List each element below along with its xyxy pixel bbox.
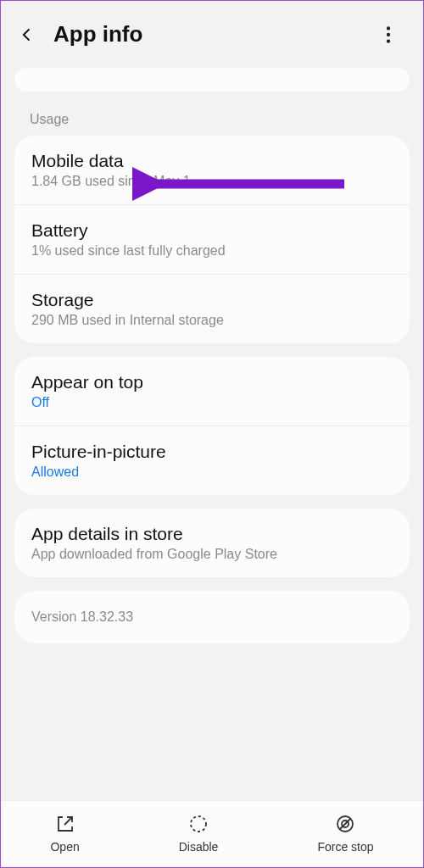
mobile-data-sub: 1.84 GB used since May 1 xyxy=(31,174,393,189)
open-label: Open xyxy=(50,840,79,854)
disable-icon xyxy=(187,813,209,835)
disable-button[interactable]: Disable xyxy=(179,813,219,854)
version-card: Version 18.32.33 xyxy=(14,591,410,643)
svg-point-3 xyxy=(191,816,206,832)
battery-title: Battery xyxy=(31,220,393,241)
svg-point-2 xyxy=(387,39,390,42)
page-title: App info xyxy=(53,21,377,47)
previous-section-card xyxy=(14,68,410,92)
force-stop-label: Force stop xyxy=(317,840,373,854)
svg-point-0 xyxy=(387,26,390,30)
svg-point-1 xyxy=(387,32,390,36)
bottom-action-bar: Open Disable Force stop xyxy=(1,800,423,867)
back-icon[interactable] xyxy=(16,24,38,46)
appear-on-top-row[interactable]: Appear on top Off xyxy=(14,357,410,426)
app-details-title: App details in store xyxy=(31,524,393,544)
force-stop-button[interactable]: Force stop xyxy=(317,813,373,854)
store-card: App details in store App downloaded from… xyxy=(14,509,410,577)
force-stop-icon xyxy=(334,813,356,835)
mobile-data-row[interactable]: Mobile data 1.84 GB used since May 1 xyxy=(14,136,410,204)
usage-section-label: Usage xyxy=(30,112,423,127)
overlay-card: Appear on top Off Picture-in-picture All… xyxy=(14,357,410,495)
app-details-row[interactable]: App details in store App downloaded from… xyxy=(14,509,410,577)
pip-status: Allowed xyxy=(31,465,393,480)
usage-card: Mobile data 1.84 GB used since May 1 Bat… xyxy=(14,136,410,343)
storage-row[interactable]: Storage 290 MB used in Internal storage xyxy=(14,274,410,343)
app-bar: App info xyxy=(1,1,423,59)
mobile-data-title: Mobile data xyxy=(31,151,393,171)
storage-title: Storage xyxy=(31,290,393,310)
open-button[interactable]: Open xyxy=(50,813,79,854)
more-options-icon[interactable] xyxy=(377,24,399,46)
app-details-sub: App downloaded from Google Play Store xyxy=(31,547,393,562)
battery-sub: 1% used since last fully charged xyxy=(31,243,393,259)
storage-sub: 290 MB used in Internal storage xyxy=(31,313,393,328)
disable-label: Disable xyxy=(179,840,219,854)
pip-title: Picture-in-picture xyxy=(31,442,393,462)
battery-row[interactable]: Battery 1% used since last fully charged xyxy=(14,204,410,274)
appear-on-top-status: Off xyxy=(31,395,393,410)
appear-on-top-title: Appear on top xyxy=(31,372,393,392)
version-text: Version 18.32.33 xyxy=(31,609,393,625)
pip-row[interactable]: Picture-in-picture Allowed xyxy=(14,426,410,495)
open-icon xyxy=(54,813,76,835)
